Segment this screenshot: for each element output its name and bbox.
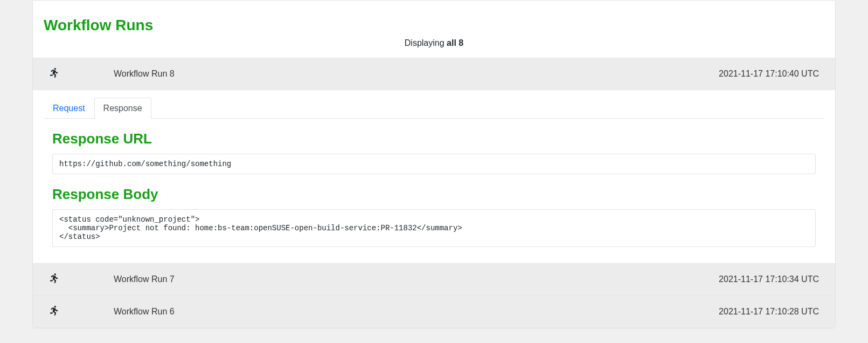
tab-list: Request Response — [44, 98, 824, 119]
display-count-bold: all 8 — [447, 38, 463, 47]
run-header[interactable]: Workflow Run 7 2021-11-17 17:10:34 UTC — [33, 263, 835, 296]
run-timestamp: 2021-11-17 17:10:40 UTC — [719, 69, 819, 79]
run-timestamp: 2021-11-17 17:10:34 UTC — [719, 275, 819, 284]
run-name: Workflow Run 7 — [114, 275, 719, 284]
run-header[interactable]: Workflow Run 6 2021-11-17 17:10:28 UTC — [33, 296, 835, 328]
run-name: Workflow Run 8 — [114, 69, 719, 79]
run-list: Workflow Run 8 2021-11-17 17:10:40 UTC R… — [33, 58, 835, 328]
tab-request[interactable]: Request — [44, 98, 94, 119]
running-icon — [49, 273, 114, 285]
display-count: Displaying all 8 — [33, 34, 835, 58]
response-body-value: <status code="unknown_project"> <summary… — [52, 209, 816, 247]
response-body-heading: Response Body — [52, 186, 816, 203]
response-url-heading: Response URL — [52, 131, 816, 147]
tab-response[interactable]: Response — [94, 98, 151, 119]
running-icon — [49, 68, 114, 80]
display-count-prefix: Displaying — [405, 38, 447, 47]
page-title: Workflow Runs — [33, 11, 835, 34]
run-body: Request Response Response URL https://gi… — [33, 98, 835, 263]
run-timestamp: 2021-11-17 17:10:28 UTC — [719, 307, 819, 317]
running-icon — [49, 306, 114, 318]
workflow-runs-card: Workflow Runs Displaying all 8 Workflow … — [32, 0, 836, 328]
run-name: Workflow Run 6 — [114, 307, 719, 317]
response-url-value: https://github.com/something/something — [52, 154, 816, 174]
run-header[interactable]: Workflow Run 8 2021-11-17 17:10:40 UTC — [33, 58, 835, 90]
